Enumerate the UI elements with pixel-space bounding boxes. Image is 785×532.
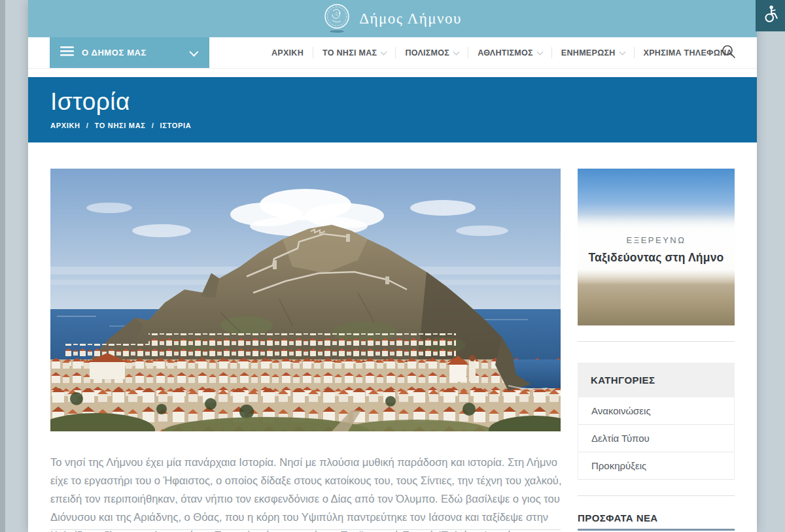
explore-card-overlay: ΕΞΕΡΕΥΝΩ Ταξιδεύοντας στη Λήμνο (578, 214, 735, 285)
breadcrumb-current-history: ΙΣΤΟΡΙΑ (160, 122, 191, 129)
hamburger-icon (60, 46, 74, 59)
categories-widget: ΚΑΤΗΓΟΡΙΕΣ Ανακοινώσεις Δελτία Τύπου Προ… (578, 363, 735, 480)
chevron-down-icon (619, 48, 625, 55)
history-paragraph: Το νησί της Λήμνου έχει μία πανάρχαια Ισ… (50, 453, 563, 532)
nav-item-news[interactable]: ΕΝΗΜΕΡΩΣΗ (551, 47, 634, 58)
categories-header: ΚΑΤΗΓΟΡΙΕΣ (578, 363, 735, 397)
nav-item-culture[interactable]: ΠΟΛΙΣΜΟΣ (395, 47, 468, 58)
category-item-announcements[interactable]: Ανακοινώσεις (578, 397, 735, 425)
explore-lemnos-card[interactable]: ΕΞΕΡΕΥΝΩ Ταξιδεύοντας στη Λήμνο (578, 169, 735, 325)
article-bottom-rule (50, 529, 561, 530)
menu-button-label: Ο ΔΗΜΟΣ ΜΑΣ (82, 48, 147, 58)
breadcrumb: ΑΡΧΙΚΗ / ΤΟ ΝΗΣΙ ΜΑΣ / ΙΣΤΟΡΙΑ (50, 122, 757, 129)
chevron-down-icon (453, 48, 460, 55)
site-header: Δήμος Λήμνου (28, 0, 757, 37)
sidebar-divider (578, 341, 735, 342)
category-item-proclamations[interactable]: Προκηρύξεις (578, 452, 735, 480)
breadcrumb-separator: / (86, 122, 89, 129)
nav-item-athletics[interactable]: ΑΘΛΗΤΙΣΜΟΣ (468, 47, 551, 58)
search-icon (721, 44, 737, 62)
main-navigation-bar: Ο ΔΗΜΟΣ ΜΑΣ ΑΡΧΙΚΗ ΤΟ ΝΗΣΙ ΜΑΣ ΠΟΛΙΣΜΟΣ … (28, 37, 757, 69)
chevron-down-icon (189, 47, 198, 56)
explore-title: Ταξιδεύοντας στη Λήμνο (589, 251, 724, 265)
wheelchair-icon (761, 5, 780, 27)
page-title: Ιστορία (50, 88, 757, 116)
recent-news-item-edge (578, 529, 735, 531)
chevron-down-icon (536, 48, 543, 55)
page-banner: Ιστορία ΑΡΧΙΚΗ / ΤΟ ΝΗΣΙ ΜΑΣ / ΙΣΤΟΡΙΑ (28, 77, 757, 142)
page-sheet: Δήμος Λήμνου Ο ΔΗΜΟΣ ΜΑΣ ΑΡΧΙΚΗ ΤΟ ΝΗΣΙ … (28, 0, 757, 532)
breadcrumb-home[interactable]: ΑΡΧΙΚΗ (50, 122, 80, 129)
explore-kicker: ΕΞΕΡΕΥΝΩ (627, 235, 686, 245)
category-item-press-releases[interactable]: Δελτία Τύπου (578, 425, 735, 452)
window-edge (0, 0, 5, 532)
sidebar-divider (578, 495, 735, 496)
recent-news-header: ΠΡΟΣΦΑΤΑ ΝΕΑ (578, 512, 735, 524)
chevron-down-icon (381, 48, 387, 55)
breadcrumb-separator: / (152, 122, 154, 129)
nav-item-home[interactable]: ΑΡΧΙΚΗ (262, 47, 313, 58)
site-title: Δήμος Λήμνου (359, 10, 462, 27)
nav-item-our-island[interactable]: ΤΟ ΝΗΣΙ ΜΑΣ (313, 47, 395, 58)
our-municipality-menu-button[interactable]: Ο ΔΗΜΟΣ ΜΑΣ (50, 37, 209, 68)
breadcrumb-our-island[interactable]: ΤΟ ΝΗΣΙ ΜΑΣ (95, 122, 146, 129)
myrina-castle-photo (50, 169, 561, 431)
municipality-coin-logo-icon (323, 2, 351, 36)
nav-list: ΑΡΧΙΚΗ ΤΟ ΝΗΣΙ ΜΑΣ ΠΟΛΙΣΜΟΣ ΑΘΛΗΤΙΣΜΟΣ Ε… (262, 37, 742, 68)
search-button[interactable] (720, 44, 737, 61)
accessibility-button[interactable] (756, 0, 785, 31)
